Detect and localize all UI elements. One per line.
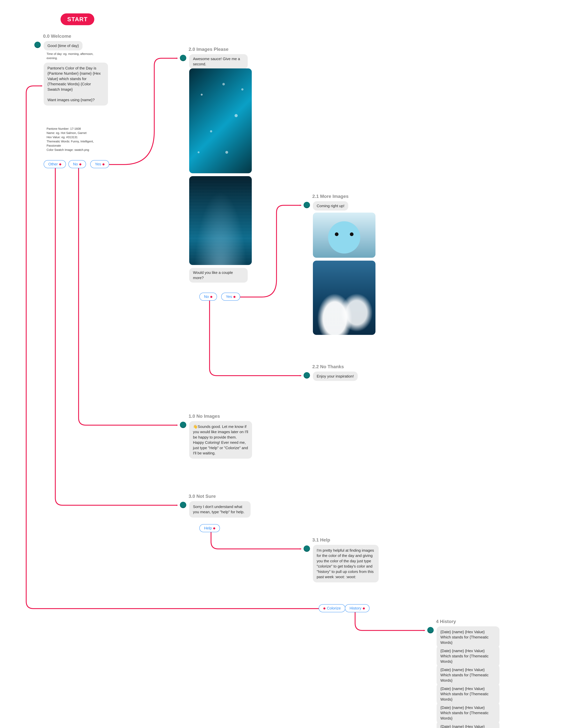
connector-dot — [213, 527, 215, 529]
connector-dot — [210, 296, 212, 298]
bubble-no-thanks-msg: Enjoy your inspiration! — [313, 372, 358, 381]
button-no-welcome[interactable]: No — [68, 160, 86, 168]
connector-dot — [103, 163, 105, 165]
image-robot — [313, 213, 375, 258]
title-more-images: 2.1 More Images — [312, 194, 348, 199]
button-other[interactable]: Other — [44, 160, 66, 168]
button-help[interactable]: Help — [199, 524, 220, 532]
title-not-sure: 3.0 Not Sure — [189, 494, 216, 499]
bubble-more-images-msg: Coming right up! — [313, 201, 348, 211]
title-no-thanks: 2.2 No Thanks — [312, 364, 344, 369]
image-underwater — [189, 176, 252, 265]
avatar-no-images — [180, 422, 186, 428]
avatar-images-please — [180, 55, 186, 61]
button-yes-images-label: Yes — [226, 294, 232, 299]
connector-dot — [363, 607, 365, 609]
avatar-not-sure — [180, 502, 186, 508]
avatar-more-images — [303, 202, 310, 208]
bubble-help-msg: I'm pretty helpful at finding images for… — [313, 545, 379, 582]
button-colorize-label: Colorize — [327, 606, 341, 610]
button-yes-welcome[interactable]: Yes — [90, 160, 109, 168]
button-other-label: Other — [48, 162, 58, 166]
avatar-help — [303, 545, 310, 552]
image-wave — [313, 261, 375, 335]
button-no-images[interactable]: No — [199, 293, 217, 301]
button-colorize[interactable]: Colorize — [319, 604, 345, 612]
avatar-welcome — [34, 42, 41, 48]
bubble-no-images-msg: 👋Sounds good. Let me know if you would l… — [189, 421, 252, 459]
button-no-welcome-label: No — [73, 162, 78, 166]
bubble-history-item-5: {Date} {name} {Hex Value} Which stands f… — [437, 721, 499, 728]
bubble-history-item-2: {Date} {name} {Hex Value} Which stands f… — [437, 664, 499, 686]
bubble-welcome-greeting: Good {time of day} — [44, 41, 83, 50]
bubble-history-item-1: {Date} {name} {Hex Value} Which stands f… — [437, 645, 499, 667]
button-yes-images[interactable]: Yes — [221, 293, 240, 301]
start-node: START — [61, 13, 94, 25]
title-help: 3.1 Help — [312, 537, 330, 543]
button-yes-welcome-label: Yes — [95, 162, 101, 166]
connector-dot — [79, 163, 81, 165]
avatar-history — [427, 627, 434, 633]
title-no-images: 1.0 No Images — [189, 414, 220, 419]
button-history[interactable]: History — [345, 604, 369, 612]
image-droplets — [189, 68, 252, 173]
bubble-images-please-more: Would you like a couple more? — [189, 268, 248, 283]
title-history: 4 History — [436, 619, 456, 624]
button-history-label: History — [349, 606, 361, 610]
title-welcome: 0.0 Welcome — [43, 33, 71, 39]
button-help-label: Help — [204, 526, 212, 530]
bubble-history-item-0: {Date} {name} {Hex Value} Which stands f… — [437, 626, 499, 648]
bubble-images-please-msg: Awesome sauce! Give me a second. — [189, 54, 248, 69]
title-images-please: 2.0 Images Please — [189, 47, 229, 52]
button-no-images-label: No — [204, 294, 209, 299]
bubble-history-item-3: {Date} {name} {Hex Value} Which stands f… — [437, 683, 499, 705]
avatar-no-thanks — [303, 372, 310, 379]
bubble-welcome-main: Pantone's Color of the Day is {Pantone N… — [44, 63, 108, 106]
connector-dot — [323, 607, 325, 609]
connector-dot — [59, 163, 61, 165]
bubble-not-sure-msg: Sorry I don't understand what you mean, … — [189, 501, 251, 518]
bubble-history-item-4: {Date} {name} {Hex Value} Which stands f… — [437, 702, 499, 724]
note-welcome-vars: Pantone Number: 17-1608 Name: eg. Hot Sa… — [47, 127, 105, 152]
connector-dot — [234, 296, 236, 298]
start-label: START — [67, 16, 88, 22]
note-welcome-timeofday: Time of day: eg. morning, afternoon, eve… — [47, 52, 102, 60]
flow-arrows — [0, 0, 568, 728]
